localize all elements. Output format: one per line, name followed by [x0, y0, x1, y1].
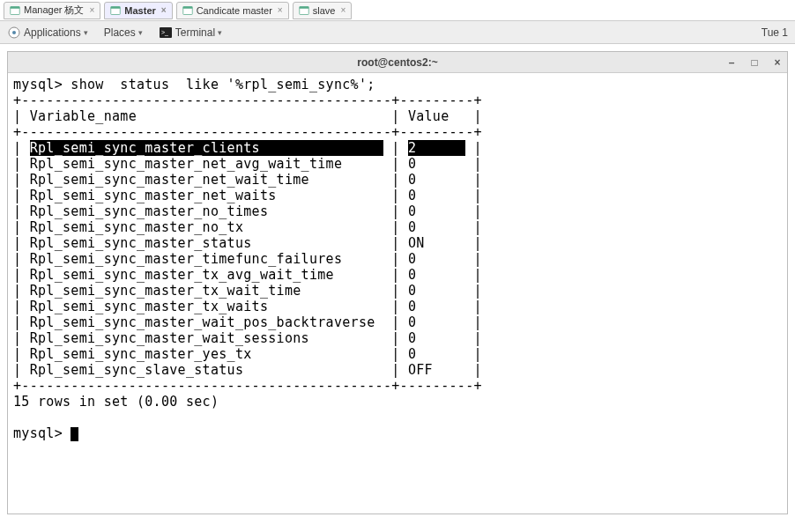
terminal-icon: >_ — [159, 26, 173, 40]
applications-menu[interactable]: Applications ▾ — [4, 24, 92, 41]
svg-rect-1 — [11, 6, 20, 8]
tab-label: Candicate master — [197, 5, 272, 16]
window-controls: – □ × — [725, 56, 784, 69]
terminal-output[interactable]: mysql> show status like '%rpl_semi_sync%… — [8, 73, 787, 514]
svg-rect-7 — [299, 6, 308, 8]
applications-icon — [7, 26, 21, 40]
clock[interactable]: Tue 1 — [762, 26, 795, 39]
terminal-icon — [110, 5, 121, 16]
close-icon[interactable]: × — [89, 5, 94, 15]
menu-label: Applications — [24, 26, 81, 39]
close-icon[interactable]: × — [340, 5, 345, 15]
window-titlebar[interactable]: root@centos2:~ – □ × — [8, 52, 787, 73]
close-icon[interactable]: × — [278, 5, 283, 15]
terminal-window: root@centos2:~ – □ × mysql> show status … — [7, 51, 788, 514]
svg-rect-5 — [182, 6, 192, 8]
tab-slave[interactable]: slave × — [293, 2, 353, 19]
close-button[interactable]: × — [771, 56, 784, 69]
maximize-button[interactable]: □ — [748, 56, 761, 69]
svg-point-9 — [12, 31, 16, 34]
chevron-down-icon: ▾ — [84, 28, 88, 37]
tab-label: slave — [313, 5, 336, 16]
terminal-menu[interactable]: >_ Terminal ▾ — [155, 24, 226, 41]
tab-candidate-master[interactable]: Candicate master × — [176, 2, 289, 19]
svg-rect-3 — [111, 6, 121, 8]
tab-master[interactable]: Master × — [104, 2, 172, 19]
tab-manager[interactable]: Manager 杨文 × — [4, 2, 100, 19]
menu-label: Places — [104, 26, 136, 39]
minimize-button[interactable]: – — [725, 56, 738, 69]
tab-label: Manager 杨文 — [24, 4, 84, 17]
places-menu[interactable]: Places ▾ — [100, 25, 146, 41]
menu-label: Terminal — [175, 26, 215, 39]
svg-text:>_: >_ — [161, 29, 168, 36]
desktop-menu-bar: Applications ▾ Places ▾ >_ Terminal ▾ Tu… — [0, 21, 795, 44]
window-title: root@centos2:~ — [357, 56, 437, 69]
tab-label: Master — [124, 5, 155, 16]
terminal-icon — [299, 5, 309, 16]
terminal-icon — [10, 5, 20, 16]
chevron-down-icon: ▾ — [218, 28, 222, 37]
browser-tab-bar: Manager 杨文 × Master × Candicate master ×… — [0, 0, 795, 21]
terminal-cursor — [71, 427, 78, 441]
chevron-down-icon: ▾ — [138, 28, 143, 37]
terminal-icon — [182, 5, 193, 16]
close-icon[interactable]: × — [161, 5, 167, 15]
